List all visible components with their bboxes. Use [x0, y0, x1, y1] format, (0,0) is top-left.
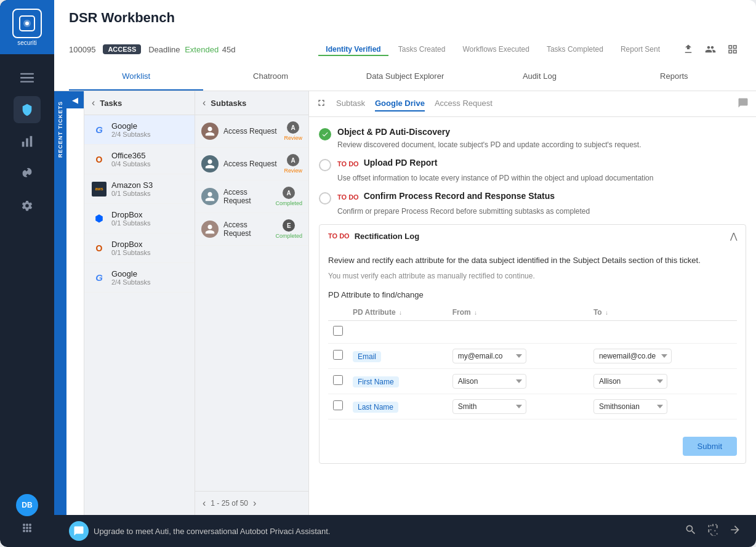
pd-attr-lastname: Last Name: [353, 402, 398, 413]
pd-attr-sort: ↓: [399, 309, 402, 316]
svg-point-16: [26, 530, 28, 532]
subtask-item-1[interactable]: Access Request A Review: [195, 115, 308, 148]
tab-audit-log[interactable]: Audit Log: [472, 63, 606, 91]
ticket-badge: ACCESS: [103, 44, 141, 54]
subtask-badge-4: E Completed: [275, 219, 302, 239]
window-icon[interactable]: [724, 41, 741, 58]
pd-checkbox-email[interactable]: [333, 350, 343, 360]
subtask-avatar-3: [201, 188, 219, 205]
subtask-avatar-2: [201, 155, 219, 172]
expand-button[interactable]: [316, 98, 326, 110]
upgrade-text: Upgrade to meet Auti, the conversational…: [94, 527, 330, 536]
page-title: DSR Workbench: [69, 10, 175, 26]
svg-point-9: [23, 524, 25, 526]
subtask-info-2: Access Request: [223, 160, 279, 168]
svg-point-17: [29, 530, 31, 532]
task-item-google-1[interactable]: G Google 2/4 Subtasks: [84, 115, 195, 145]
rectification-title: Rectification Log: [355, 232, 419, 241]
th-from: From ↓: [448, 304, 589, 321]
task-row-3: TO DO Confirm Process Record and Respons…: [319, 191, 746, 217]
chart-icon[interactable]: [14, 128, 41, 155]
menu-icon[interactable]: [14, 64, 41, 91]
aws-logo: aws: [92, 182, 107, 197]
subtab-access-request[interactable]: Access Request: [435, 96, 493, 111]
subtask-info-3: Access Request: [223, 188, 270, 205]
svg-rect-5: [20, 81, 34, 83]
task-item-office365[interactable]: O Office365 0/4 Subtasks: [84, 145, 195, 174]
detail-subtabs-container: Subtask Google Drive Access Request: [316, 96, 493, 111]
task-info-dropbox-2: DropBox 0/1 Subtasks: [111, 240, 187, 256]
arrow-right-bottom-icon[interactable]: [729, 524, 741, 539]
detail-subtabs: Subtask Google Drive Access Request: [336, 96, 493, 111]
subtask-item-4[interactable]: Access Request E Completed: [195, 213, 308, 246]
from-sort: ↓: [474, 309, 477, 316]
filter-bottom-icon[interactable]: [707, 524, 719, 539]
progress-tab-workflows[interactable]: Workflows Executed: [455, 43, 537, 56]
users-icon[interactable]: [702, 41, 719, 58]
progress-tab-tasks[interactable]: Tasks Created: [391, 43, 453, 56]
pagination-prev[interactable]: ‹: [203, 498, 206, 509]
subtask-info-1: Access Request: [223, 127, 279, 136]
tasks-nav-back[interactable]: ‹: [92, 97, 95, 108]
shield-icon[interactable]: [14, 96, 41, 123]
from-firstname-select[interactable]: Alison: [452, 374, 526, 389]
subtask-item-3[interactable]: Access Request A Completed: [195, 180, 308, 213]
todo-label-3: TO DO: [337, 193, 359, 201]
task-item-google-2[interactable]: G Google 2/4 Subtasks: [84, 263, 195, 293]
to-firstname-select[interactable]: Allison: [593, 374, 667, 389]
from-email-select[interactable]: my@email.co: [452, 349, 526, 363]
search-bottom-icon[interactable]: [685, 524, 697, 539]
user-avatar[interactable]: DB: [16, 494, 38, 516]
pagination-next[interactable]: ›: [253, 498, 256, 509]
settings-icon[interactable]: [14, 192, 41, 219]
bottom-icons: [685, 524, 741, 539]
office-logo: O: [92, 152, 107, 167]
svg-point-11: [29, 524, 31, 526]
detail-toolbar: Subtask Google Drive Access Request: [309, 91, 756, 117]
subtask-badge-3: A Completed: [275, 187, 302, 206]
tasks-panel-header: ‹ Tasks: [84, 91, 195, 115]
wrench-icon[interactable]: [14, 160, 41, 187]
subtask-item-2[interactable]: Access Request A Review: [195, 148, 308, 180]
to-email-select[interactable]: newemail@co.de: [593, 349, 672, 363]
grid-dots-icon[interactable]: [20, 521, 34, 537]
from-lastname-select[interactable]: Smith: [452, 399, 526, 414]
upgrade-message: Upgrade to meet Auti, the conversational…: [69, 521, 330, 541]
submit-button[interactable]: Submit: [683, 437, 737, 456]
rectification-header[interactable]: TO DO Rectification Log ⋀: [320, 225, 746, 247]
progress-tab-completed[interactable]: Tasks Completed: [539, 43, 611, 56]
subtab-subtask[interactable]: Subtask: [336, 96, 365, 111]
pd-checkbox-empty[interactable]: [333, 326, 343, 336]
tab-data-subject-explorer[interactable]: Data Subject Explorer: [338, 63, 472, 91]
subtasks-label: Subtasks: [211, 99, 246, 108]
to-lastname-select[interactable]: Smithsonian: [593, 399, 667, 414]
pd-attr-email: Email: [353, 351, 381, 362]
task-item-dropbox-2[interactable]: O DropBox 0/1 Subtasks: [84, 233, 195, 263]
logo-area: securiti: [0, 0, 54, 54]
progress-tab-identity[interactable]: Identity Verified: [318, 43, 388, 56]
header-top: DSR Workbench: [69, 10, 741, 41]
recent-tickets-sidebar: RECENT TICKETS: [54, 91, 66, 515]
task-list: G Google 2/4 Subtasks O Office365 0/4: [84, 115, 195, 515]
subtasks-nav-back[interactable]: ‹: [203, 97, 206, 108]
task-body-3: TO DO Confirm Process Record and Respons…: [337, 191, 746, 217]
task-title-3: Confirm Process Record and Response Stat…: [364, 191, 555, 201]
subtab-google-drive[interactable]: Google Drive: [375, 96, 425, 111]
tab-worklist[interactable]: Worklist: [69, 63, 203, 91]
progress-tab-report[interactable]: Report Sent: [613, 43, 667, 56]
comment-icon[interactable]: [738, 97, 749, 111]
th-checkbox: [328, 304, 348, 321]
pd-checkbox-firstname[interactable]: [333, 375, 343, 385]
tab-chatroom[interactable]: Chatroom: [203, 63, 337, 91]
task-item-dropbox-1[interactable]: ⬢ DropBox 0/1 Subtasks: [84, 204, 195, 233]
pd-checkbox-lastname[interactable]: [333, 400, 343, 410]
task-item-amazon-s3[interactable]: aws Amazon S3 0/1 Subtasks: [84, 174, 195, 204]
pd-row-email: Email my@email.co newemail@co.de: [328, 343, 737, 368]
header: DSR Workbench 100095 ACCESS Deadline Ext…: [54, 0, 756, 91]
panels-wrapper: ‹ Tasks G Google 2/4 Subtasks: [84, 91, 756, 515]
tab-reports[interactable]: Reports: [607, 63, 741, 91]
task-info-dropbox-1: DropBox 0/1 Subtasks: [111, 210, 187, 227]
svg-rect-8: [30, 136, 33, 147]
collapse-button[interactable]: ◀: [66, 91, 84, 108]
download-icon[interactable]: [680, 41, 697, 58]
